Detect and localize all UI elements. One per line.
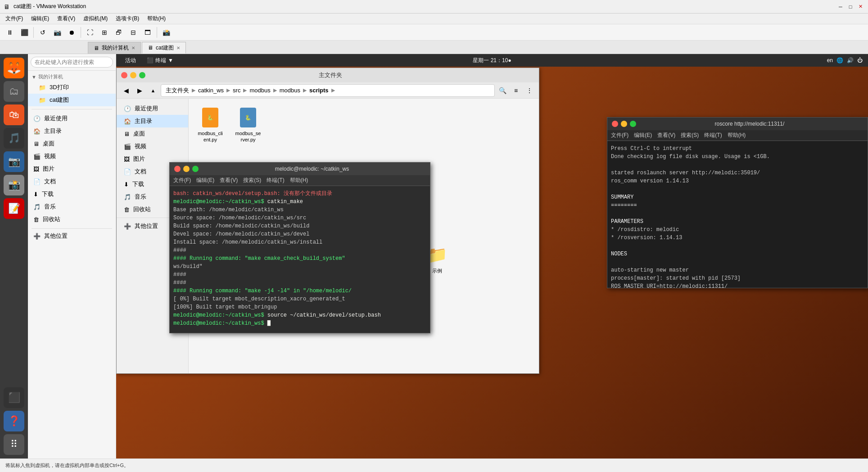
tab-mycomputer-close[interactable]: ✕ <box>131 45 135 50</box>
tmenu-terminal[interactable]: 终端(T) <box>267 177 284 184</box>
terminal-catkin-minimize[interactable] <box>183 166 190 172</box>
nav-back[interactable]: ◀ <box>120 85 132 96</box>
ns-desktop[interactable]: 🖥 桌面 <box>117 127 188 140</box>
fm-search-input[interactable] <box>31 57 113 68</box>
pause-button[interactable]: ⏸ <box>4 26 16 39</box>
tmenu-help[interactable]: 帮助(H) <box>290 177 308 184</box>
nautilus-view-list[interactable]: ≡ <box>510 85 522 96</box>
rmenu-help[interactable]: 帮助(H) <box>728 132 746 139</box>
nautilus-search-btn[interactable]: 🔍 <box>497 85 508 96</box>
close-button[interactable]: ✕ <box>856 3 864 11</box>
tmenu-view[interactable]: 查看(V) <box>220 177 238 184</box>
terminal-roscore-minimize[interactable] <box>621 121 627 127</box>
rmenu-view[interactable]: 查看(V) <box>657 132 675 139</box>
launcher-files[interactable]: 🗂 <box>4 81 24 102</box>
fm-other-locations[interactable]: ➕ 其他位置 <box>28 230 116 242</box>
ns-plus-icon: ➕ <box>124 223 131 230</box>
menu-help[interactable]: 帮助(H) <box>144 14 169 23</box>
nautilus-maximize[interactable] <box>139 72 145 78</box>
rmenu-search[interactable]: 搜索(S) <box>681 132 699 139</box>
menu-file[interactable]: 文件(F) <box>2 14 27 23</box>
path-catkinws[interactable]: catkin_ws <box>195 86 226 95</box>
terminal-catkin-maximize[interactable] <box>192 166 199 172</box>
path-src[interactable]: src <box>230 86 243 95</box>
launcher-music[interactable]: 🎵 <box>4 128 24 149</box>
term-line-3: Base path: /home/melodic/catkin_ws <box>173 206 426 214</box>
fm-document[interactable]: 📄 文档 <box>28 175 116 188</box>
terminal-roscore-close[interactable] <box>612 121 618 127</box>
menu-tab[interactable]: 选项卡(B) <box>112 14 143 23</box>
fm-download[interactable]: ⬇ 下载 <box>28 188 116 200</box>
terminal-roscore-title: roscore http://melodic:11311/ <box>636 121 863 127</box>
rmenu-terminal[interactable]: 终端(T) <box>704 132 722 139</box>
fm-desktop[interactable]: 🖥 桌面 <box>28 137 116 150</box>
rmenu-file[interactable]: 文件(F) <box>611 132 628 139</box>
fm-recent[interactable]: 🕐 最近使用 <box>28 112 116 125</box>
path-scripts[interactable]: scripts <box>307 86 331 95</box>
network-icon[interactable]: 🌐 <box>836 57 843 64</box>
nautilus-view-more[interactable]: ⋮ <box>524 85 535 96</box>
ns-recent-label: 最近使用 <box>135 104 158 113</box>
launcher-camera[interactable]: 📸 <box>4 175 24 195</box>
launcher-photos[interactable]: 📷 <box>4 151 24 172</box>
ns-home[interactable]: 🏠 主目录 <box>117 115 188 127</box>
tmenu-file[interactable]: 文件(F) <box>173 177 191 184</box>
path-modbus1[interactable]: modbus <box>247 86 273 95</box>
menu-vm[interactable]: 虚拟机(M) <box>80 14 111 23</box>
fm-music[interactable]: 🎵 音乐 <box>28 200 116 213</box>
ns-recent[interactable]: 🕐 最近使用 <box>117 102 188 115</box>
revert-button[interactable]: ↺ <box>36 26 49 39</box>
terminal-roscore-body[interactable]: Press Ctrl-C to interrupt Done checking … <box>607 141 868 288</box>
record-button[interactable]: ⏺ <box>65 26 78 39</box>
file-modbus-server[interactable]: 🐍 modbus_server.py <box>232 104 264 146</box>
file-modbus-client[interactable]: 🐍 modbus_client.py <box>194 104 226 146</box>
tab-catmap[interactable]: 🖥 cat建图 ✕ <box>142 42 186 54</box>
path-home[interactable]: 主文件夹 <box>163 86 192 95</box>
screenshot-button[interactable]: 📷 <box>51 26 63 39</box>
fm-trash[interactable]: 🗑 回收站 <box>28 213 116 226</box>
path-modbus2[interactable]: modbus <box>277 86 303 95</box>
stop-button[interactable]: ⬛ <box>18 26 31 39</box>
nautilus-minimize[interactable] <box>130 72 136 78</box>
launcher-allapps[interactable]: ⠿ <box>4 434 24 455</box>
power-icon[interactable]: ⏻ <box>857 57 863 64</box>
fm-catmap[interactable]: 📁 cat建图 <box>28 94 116 106</box>
minimize-button[interactable]: ─ <box>836 3 845 11</box>
fullscreen-button[interactable]: ⛶ <box>84 26 96 39</box>
screen-button[interactable]: ⊟ <box>127 26 140 39</box>
volume-icon[interactable]: 🔊 <box>847 57 854 64</box>
launcher-firefox[interactable]: 🦊 <box>4 58 24 78</box>
launcher-libreoffice[interactable]: 📝 <box>4 198 24 219</box>
window-button[interactable]: 🗗 <box>113 26 125 39</box>
fm-3dprint[interactable]: 📁 3D打印 <box>28 81 116 94</box>
launcher-software[interactable]: 🛍 <box>4 104 24 125</box>
fm-picture[interactable]: 🖼 图片 <box>28 163 116 175</box>
panel-datetime[interactable]: 星期一 21：10● <box>473 57 511 64</box>
nautilus-close[interactable] <box>121 72 127 78</box>
terminal-roscore-menubar: 文件(F) 编辑(E) 查看(V) 搜索(S) 终端(T) 帮助(H) <box>607 130 868 141</box>
fm-computer-header[interactable]: ▼ 我的计算机 <box>28 73 116 81</box>
tmenu-search[interactable]: 搜索(S) <box>243 177 261 184</box>
nav-up[interactable]: ▲ <box>147 85 159 96</box>
tmenu-edit[interactable]: 编辑(E) <box>196 177 214 184</box>
locale-label[interactable]: en <box>827 57 833 64</box>
camera2-button[interactable]: 📸 <box>160 26 172 39</box>
restore-button[interactable]: □ <box>846 3 854 11</box>
rmenu-edit[interactable]: 编辑(E) <box>634 132 652 139</box>
tab-mycomputer[interactable]: 🖥 我的计算机 ✕ <box>88 42 141 54</box>
ns-video[interactable]: 🎬 视频 <box>117 140 188 153</box>
menu-view[interactable]: 查看(V) <box>54 14 79 23</box>
unity-button[interactable]: ⊞ <box>98 26 111 39</box>
activities-button[interactable]: 活动 <box>122 57 140 64</box>
launcher-help[interactable]: ❓ <box>4 411 24 431</box>
fm-video[interactable]: 🎬 视频 <box>28 150 116 163</box>
terminal-catkin-body[interactable]: bash: catkin_ws/devel/setup.bash: 没有那个文件… <box>170 186 430 333</box>
terminal-roscore-maximize[interactable] <box>630 121 636 127</box>
terminal-catkin-close[interactable] <box>174 166 181 172</box>
nav-forward[interactable]: ▶ <box>134 85 145 96</box>
tab-catmap-close[interactable]: ✕ <box>176 45 180 50</box>
fm-home[interactable]: 🏠 主目录 <box>28 125 116 137</box>
size-button[interactable]: 🗖 <box>141 26 154 39</box>
menu-edit[interactable]: 编辑(E) <box>27 14 53 23</box>
launcher-terminal[interactable]: ⬛ <box>4 387 24 408</box>
